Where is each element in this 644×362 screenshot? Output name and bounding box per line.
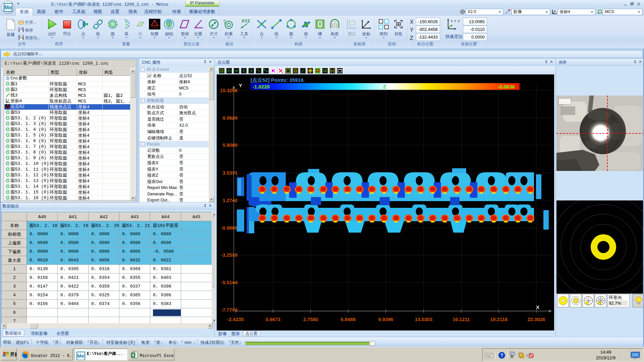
svg-text:16.1211: 16.1211 <box>452 317 470 322</box>
svg-text:9.9396: 9.9396 <box>378 317 393 322</box>
svg-text:XYZ: XYZ <box>241 19 250 23</box>
svg-text:[点云52] Points: 35918.: [点云52] Points: 35918. <box>251 77 305 83</box>
svg-text:10.3258: 10.3258 <box>220 88 237 93</box>
svg-text:?: ? <box>500 353 503 358</box>
svg-text:-0.0636: -0.0636 <box>498 84 515 89</box>
svg-text:22.3026: 22.3026 <box>528 317 545 322</box>
svg-text:Y: Y <box>239 82 242 88</box>
svg-text:3.7580: 3.7580 <box>303 317 318 322</box>
svg-text:6.8488: 6.8488 <box>341 317 356 322</box>
svg-text:X: X <box>536 304 539 310</box>
svg-text:!: ! <box>522 355 523 358</box>
svg-text:-3.2515: -3.2515 <box>221 252 237 258</box>
svg-text:1.2742: 1.2742 <box>223 198 237 203</box>
svg-text:3.5371: 3.5371 <box>223 170 237 176</box>
svg-text:19.2118: 19.2118 <box>490 317 507 322</box>
svg-text:8.0629: 8.0629 <box>223 115 237 121</box>
svg-text:-0.9886: -0.9886 <box>221 225 237 231</box>
svg-text:0.6673: 0.6673 <box>266 317 280 322</box>
svg-text:m: m <box>223 19 226 22</box>
svg-text:-7.7773: -7.7773 <box>221 307 237 313</box>
svg-text:R: R <box>331 69 333 72</box>
svg-text:-2.4235: -2.4235 <box>227 317 244 322</box>
svg-text:X Y Z: X Y Z <box>451 19 460 23</box>
svg-text:13.0303: 13.0303 <box>415 317 432 322</box>
svg-text:Z: Z <box>383 84 386 89</box>
svg-text:-1.0220: -1.0220 <box>253 84 270 89</box>
svg-text:5.8000: 5.8000 <box>223 142 237 148</box>
svg-text:-5.5144: -5.5144 <box>221 280 237 285</box>
